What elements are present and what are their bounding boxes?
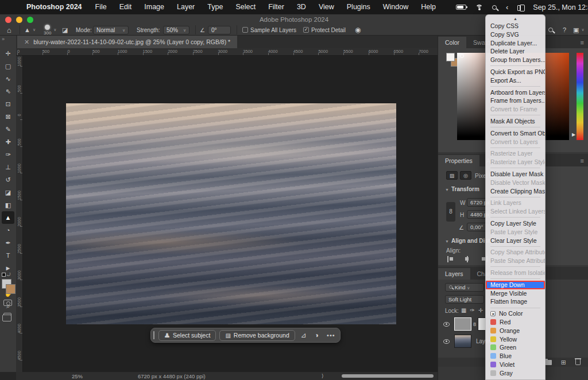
menu-plugins[interactable]: Plugins (341, 0, 377, 14)
tab-layers[interactable]: Layers (438, 268, 470, 280)
crop-tool[interactable]: ⊡ (2, 98, 14, 110)
marquee-tool[interactable]: ▢ (2, 60, 14, 72)
menu-item-copy-layer-style[interactable]: Copy Layer Style (486, 219, 545, 228)
blend-mode-select[interactable]: Soft Light (445, 295, 484, 304)
menu-item-duplicate-layer[interactable]: Duplicate Layer... (486, 39, 545, 48)
menu-scroll-up-icon[interactable]: ▲ (486, 15, 545, 22)
document-image[interactable] (66, 103, 396, 324)
menu-item-no-color[interactable]: No Color (486, 309, 545, 318)
pen-tool[interactable]: ✒ (2, 236, 14, 249)
menu-help[interactable]: Help (415, 0, 442, 14)
menu-item-frame-from-layers[interactable]: Frame from Layers... (486, 96, 545, 105)
menu-item-clear-layer-style[interactable]: Clear Layer Style (486, 236, 545, 245)
search-icon[interactable] (548, 24, 553, 36)
align-left-icon[interactable] (447, 256, 454, 262)
layer-2-thumbnail[interactable] (454, 335, 471, 348)
move-tool[interactable]: ✛ (2, 47, 14, 60)
canvas-area[interactable]: 👤︎ Select subject ▨ Remove background ⊿ … (23, 56, 438, 372)
quick-mask-icon[interactable] (3, 300, 12, 306)
menubar-clock[interactable]: Sep 25., Mon 12:47 (533, 3, 588, 11)
adjustment-icon[interactable]: ◑ (315, 331, 319, 339)
taskbar-drag-handle[interactable] (153, 331, 155, 339)
menu-item-delete-layer[interactable]: Delete Layer (486, 47, 545, 56)
transform-icon[interactable]: ⊿ (301, 331, 307, 339)
menu-item-orange[interactable]: Orange (486, 327, 545, 335)
lasso-tool[interactable]: ∿ (2, 72, 14, 85)
screen-mode-icon[interactable] (3, 313, 11, 319)
align-center-icon[interactable] (464, 256, 471, 262)
healing-brush-tool[interactable]: ✚ (2, 135, 14, 148)
menu-layer[interactable]: Layer (171, 0, 201, 14)
color-panel-foreground-swatch[interactable] (446, 53, 455, 61)
menu-edit[interactable]: Edit (113, 0, 138, 14)
hue-slider[interactable] (577, 53, 583, 140)
select-subject-button[interactable]: 👤︎ Select subject (158, 330, 216, 341)
menu-item-export-as[interactable]: Export As... (486, 76, 545, 85)
eyedropper-tool[interactable]: ✎ (2, 123, 14, 135)
panel-menu-icon[interactable]: ≡ (581, 39, 584, 46)
default-colors-icon[interactable] (2, 273, 6, 277)
pressure-icon[interactable]: ◉ (355, 24, 361, 36)
frame-tool[interactable]: ⊠ (2, 110, 14, 123)
menubar-app-name[interactable]: Photoshop 2024 (20, 0, 89, 14)
menu-view[interactable]: View (312, 0, 341, 14)
menu-item-mask-all-objects[interactable]: Mask All Objects (486, 117, 545, 126)
mode-select[interactable]: Normal∨ (93, 24, 129, 36)
strength-select[interactable]: 50%∨ (163, 24, 189, 36)
taskbar-more-icon[interactable]: ••• (327, 332, 335, 339)
menu-item-yellow[interactable]: Yellow (486, 335, 545, 344)
menu-image[interactable]: Image (138, 0, 171, 14)
sharpen-tool[interactable]: ▲ (2, 211, 14, 224)
stage-manager-icon[interactable] (517, 5, 525, 10)
status-chevron-icon[interactable]: ⟩ (322, 373, 324, 379)
lock-icons[interactable]: ▦✑✛ (461, 307, 486, 313)
tool-preset-dropdown[interactable]: ▲∨ (24, 24, 36, 36)
link-dimensions-icon[interactable]: 8 (446, 202, 455, 222)
menu-item-violet[interactable]: Violet (486, 360, 545, 369)
new-layer-icon[interactable]: ⊞ (561, 359, 566, 366)
tab-properties[interactable]: Properties (438, 155, 479, 166)
horizontal-scrollbar[interactable] (342, 374, 434, 378)
menu-item-copy-svg[interactable]: Copy SVG (486, 30, 545, 39)
wifi-icon[interactable] (475, 5, 483, 10)
delete-layer-icon[interactable] (575, 359, 581, 365)
gradient-tool[interactable]: ◧ (2, 199, 14, 211)
object-selection-tool[interactable]: ⇖ (2, 85, 14, 98)
protect-detail-checkbox[interactable]: Protect Detail (303, 24, 346, 36)
menu-type[interactable]: Type (201, 0, 229, 14)
brush-panel-toggle-icon[interactable]: ◪ (62, 24, 68, 36)
menu-file[interactable]: File (89, 0, 113, 14)
menu-item-artboard-from-layers[interactable]: Artboard from Layers... (486, 88, 545, 97)
menu-item-red[interactable]: Red (486, 318, 545, 327)
menu-item-group-from-layers[interactable]: Group from Layers... (486, 56, 545, 64)
swap-colors-icon[interactable]: ⤾ (7, 272, 11, 278)
clone-stamp-tool[interactable]: ⊥ (2, 161, 14, 173)
layer-1-thumbnail[interactable] (454, 317, 471, 331)
angle-field[interactable]: 0° (208, 24, 231, 36)
spotlight-search-icon[interactable] (492, 5, 497, 10)
layer-visibility-icon[interactable] (443, 322, 450, 327)
close-tab-icon[interactable]: ✕ (24, 38, 29, 46)
remove-background-button[interactable]: ▨ Remove background (219, 330, 295, 341)
menu-select[interactable]: Select (229, 0, 262, 14)
brush-size-dropdown[interactable]: 300 ∨ (44, 24, 56, 36)
eraser-tool[interactable]: ◪ (2, 186, 14, 199)
panel-menu-icon[interactable]: ≡ (581, 157, 584, 164)
type-tool[interactable]: T (2, 249, 14, 262)
menu-item-blue[interactable]: Blue (486, 352, 545, 360)
menu-item-merge-visible[interactable]: Merge Visible (486, 289, 545, 298)
chevron-left-icon[interactable]: ‹ (506, 3, 508, 11)
background-color-swatch[interactable] (6, 284, 16, 294)
menu-filter[interactable]: Filter (262, 0, 291, 14)
menu-item-gray[interactable]: Gray (486, 369, 545, 378)
menu-item-flatten-image[interactable]: Flatten Image (486, 297, 545, 306)
zoom-level[interactable]: 25% (72, 373, 83, 379)
menu-item-convert-to-smart-object[interactable]: Convert to Smart Object (486, 129, 545, 138)
pixel-layer-chip-icon[interactable]: ▨ (446, 171, 458, 180)
menu-item-green[interactable]: Green (486, 343, 545, 352)
hue-slider-arrow[interactable]: ▶ (572, 132, 575, 137)
workspace-switcher[interactable]: ▣∨ (573, 24, 585, 36)
menu-item-merge-down[interactable]: Merge Down (486, 281, 545, 289)
dodge-tool[interactable]: ◔ (2, 224, 14, 236)
menu-item-create-clipping-mask[interactable]: Create Clipping Mask (486, 187, 545, 196)
